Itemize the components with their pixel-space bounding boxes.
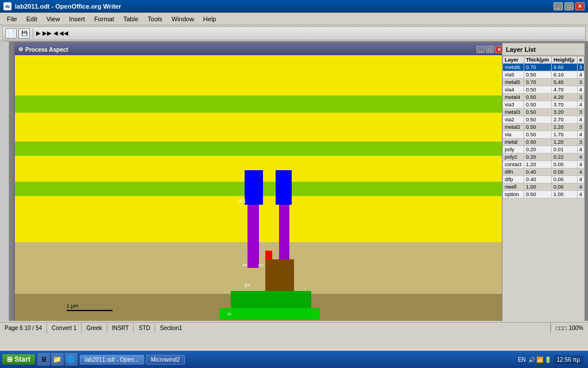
toolbar-btn-1[interactable]: 📄: [5, 28, 17, 39]
layer-row[interactable]: poly 0.20 0.01 4: [503, 146, 585, 154]
layer-height: 4.20: [552, 94, 578, 101]
layer-green2: [15, 141, 506, 156]
menu-help[interactable]: Help: [199, 14, 221, 24]
sub-titlebar-btns: _ □ ✕: [477, 46, 503, 53]
status-page: Page 6 10 / 54: [0, 323, 47, 334]
toolbar-sep: [33, 28, 33, 39]
layer-thick: 0.50: [524, 94, 551, 101]
status-mode: INSRT: [107, 323, 134, 334]
layer-height: 0.00: [552, 183, 578, 191]
layer-name: contact: [503, 161, 524, 168]
layer-e: 3: [577, 124, 584, 131]
toolbar: 📄 💾 ▶ ▶▶ ◀ ◀◀: [0, 25, 588, 41]
sub-title: Process Aspect: [25, 47, 68, 53]
menu-view[interactable]: View: [42, 14, 65, 24]
layer-height: 0.01: [552, 146, 578, 154]
layer-row[interactable]: metal 0.50 1.20 3: [503, 139, 585, 146]
tray-icon-1: 🔊: [528, 356, 535, 363]
writer-app-icon: W: [3, 2, 11, 10]
layer-row[interactable]: via3 0.50 3.70 4: [503, 101, 585, 109]
layer-name: option: [503, 191, 524, 198]
menu-window[interactable]: Window: [167, 14, 199, 24]
layer-e: 3: [577, 94, 584, 101]
start-button[interactable]: ⊞ Start: [2, 354, 35, 365]
close-button[interactable]: ✕: [575, 2, 585, 10]
layer-row[interactable]: via2 0.50 2.70 4: [503, 116, 585, 124]
layer-thick: 0.50: [524, 101, 551, 109]
layer-table-container[interactable]: Layer Thick(μm Height(μ e metal6 0.70 6.…: [502, 56, 585, 198]
taskbar-icon-3[interactable]: 🌐: [65, 353, 78, 366]
col-e: e: [577, 56, 584, 64]
titlebar-buttons: _ □ ✕: [554, 2, 585, 10]
layer-row[interactable]: via4 0.50 4.70 4: [503, 86, 585, 94]
toolbar-text: ▶ ▶▶ ◀ ◀◀: [36, 30, 68, 36]
col-thick: Thick(μm: [524, 56, 551, 64]
layer-name: poly2: [503, 154, 524, 161]
taskbar-lang: EN: [518, 356, 526, 363]
layer-row[interactable]: via 0.50 1.70 4: [503, 131, 585, 139]
taskbar: ⊞ Start 🖥 📁 🌐 lab2011.odt - Open... Micr…: [0, 351, 588, 368]
menu-format[interactable]: Format: [90, 14, 119, 24]
sub-maximize[interactable]: □: [486, 46, 494, 53]
layer-thick: 1.20: [524, 161, 551, 168]
struct-green-wide: [219, 308, 320, 320]
layer-row[interactable]: difn 0.40 0.00 4: [503, 168, 585, 176]
taskbar-microwind[interactable]: Microwind2: [146, 355, 185, 365]
layer-row[interactable]: metal5 0.70 5.40 3: [503, 79, 585, 86]
menu-tools[interactable]: Tools: [143, 14, 167, 24]
content-area: ⚙ Process Aspect _ □ ✕: [0, 41, 588, 321]
layer-thick: 0.50: [524, 191, 551, 198]
writer-window: W lab2011.odt - OpenOffice.org Writer _ …: [0, 0, 588, 351]
taskbar-writer-label: lab2011.odt - Open...: [85, 356, 139, 363]
layer-row[interactable]: nwell 1.00 0.00 4: [503, 183, 585, 191]
sub-minimize[interactable]: _: [477, 46, 485, 53]
layer-name: poly: [503, 146, 524, 154]
layer-thick: 0.50: [524, 109, 551, 116]
layer-name: via2: [503, 116, 524, 124]
layer-row[interactable]: metal4 0.50 4.20 3: [503, 94, 585, 101]
menu-edit[interactable]: Edit: [22, 14, 42, 24]
layer-row[interactable]: option 0.50 1.00 4: [503, 191, 585, 198]
layer-row[interactable]: via5 0.50 6.10 4: [503, 71, 585, 79]
taskbar-icon-1[interactable]: 🖥: [37, 353, 50, 366]
maximize-button[interactable]: □: [564, 2, 574, 10]
layer-height: 3.20: [552, 109, 578, 116]
layer-row[interactable]: metal3 0.50 3.20 3: [503, 109, 585, 116]
layer-e: 4: [577, 154, 584, 161]
layer-row[interactable]: metal2 0.50 2.20 3: [503, 124, 585, 131]
layer-thick: 1.00: [524, 183, 551, 191]
layer-thick: 0.40: [524, 168, 551, 176]
layer-e: 3: [577, 109, 584, 116]
status-std: STD: [134, 323, 155, 334]
layer-table: Layer Thick(μm Height(μ e metal6 0.70 6.…: [502, 56, 585, 198]
status-zoom: 100%: [568, 325, 583, 331]
label-po: po: [258, 262, 264, 267]
taskbar-icon-2[interactable]: 📁: [51, 353, 64, 366]
status-right: □□□ 100%: [551, 325, 588, 331]
writer-titlebar: W lab2011.odt - OpenOffice.org Writer _ …: [0, 0, 588, 13]
struct-brown: [265, 259, 294, 291]
layer-yellow2: [15, 113, 506, 141]
layer-name: via3: [503, 101, 524, 109]
layer-row[interactable]: contact 1.20 0.00 4: [503, 161, 585, 168]
menu-file[interactable]: File: [2, 14, 22, 24]
taskbar-microwind-label: Microwind2: [151, 356, 180, 363]
toolbar-btn-2[interactable]: 💾: [18, 28, 30, 39]
layer-name: via: [503, 131, 524, 139]
layer-name: metal4: [503, 94, 524, 101]
layer-row[interactable]: metal6 0.70 6.60 3: [503, 64, 585, 71]
menu-table[interactable]: Table: [119, 14, 143, 24]
taskbar-writer[interactable]: lab2011.odt - Open...: [80, 355, 144, 365]
layer-height: 1.20: [552, 139, 578, 146]
layer-e: 4: [577, 161, 584, 168]
layer-row[interactable]: poly2 0.20 0.22 4: [503, 154, 585, 161]
minimize-button[interactable]: _: [554, 2, 563, 10]
menu-insert[interactable]: Insert: [64, 14, 90, 24]
taskbar-items: lab2011.odt - Open... Microwind2: [80, 355, 516, 365]
layer-row[interactable]: difp 0.40 0.00 4: [503, 176, 585, 183]
scale-line: [67, 310, 113, 311]
taskbar-clock: 12:56 πμ: [554, 355, 583, 364]
layer-name: difp: [503, 176, 524, 183]
menubar: File Edit View Insert Format Table Tools…: [0, 13, 588, 25]
layer-name: via5: [503, 71, 524, 79]
